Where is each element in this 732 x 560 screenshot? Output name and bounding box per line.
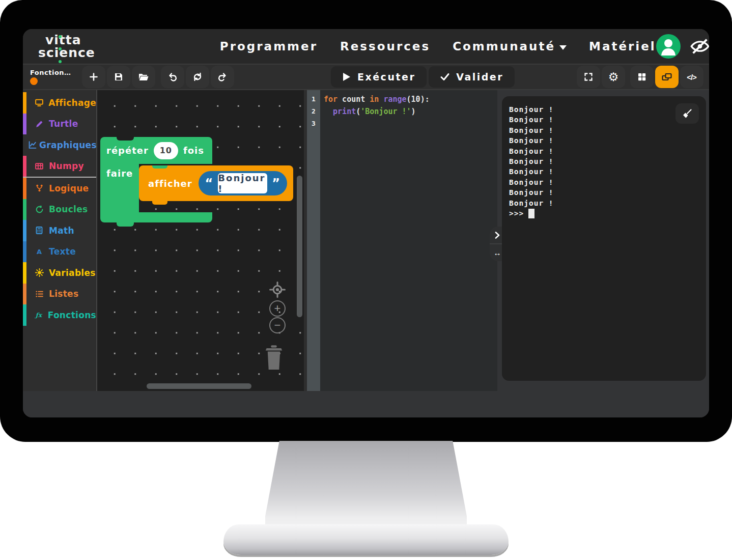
string-slot[interactable]: “ Bonjour ! ” (199, 171, 287, 195)
repeat-block-footer[interactable] (100, 212, 212, 222)
crosshair-icon (269, 281, 286, 298)
sidebar-item-boucles[interactable]: Boucles (23, 199, 96, 220)
grid-icon (637, 72, 647, 82)
console-line: Bonjour ! (509, 125, 699, 135)
blocks-view-button[interactable] (655, 66, 679, 88)
app-footer (23, 391, 709, 417)
nav-item-label: Ressources (340, 40, 430, 53)
code-token: (10): (407, 95, 430, 104)
sync-button[interactable] (186, 66, 209, 88)
category-label: Texte (49, 246, 76, 257)
nav-item-ressources[interactable]: Ressources (340, 40, 430, 53)
fullscreen-button[interactable] (577, 66, 600, 88)
repeat-label: répéter (106, 145, 149, 156)
string-value-input[interactable]: Bonjour ! (218, 173, 267, 193)
clear-console-button[interactable] (675, 103, 699, 124)
save-button[interactable] (107, 66, 130, 88)
nav-item-communaute[interactable]: Communauté (453, 40, 567, 53)
code-token: print (324, 107, 356, 116)
zoom-in-button[interactable]: + (269, 300, 286, 317)
execute-button[interactable]: Exécuter (331, 66, 427, 88)
line-number: 1 (307, 93, 320, 105)
category-label: Variables (49, 268, 96, 278)
nav-item-label: Communauté (453, 40, 555, 53)
repeat-block-body[interactable]: faire (100, 164, 139, 212)
console-line: Bonjour ! (509, 166, 699, 177)
new-file-button[interactable] (82, 66, 105, 88)
project-info[interactable]: Fonction… (28, 69, 81, 85)
canvas-vertical-scrollbar[interactable] (297, 176, 302, 317)
code-token: count (337, 95, 370, 104)
sidebar-item-affichage[interactable]: Affichage (23, 92, 96, 114)
zoom-out-button[interactable]: − (269, 317, 286, 333)
chart-icon (28, 141, 37, 149)
sidebar-item-turtle[interactable]: Turtle (23, 114, 96, 135)
category-label: Graphiques (39, 140, 97, 150)
category-color-bar (23, 241, 26, 263)
plus-icon: + (274, 302, 281, 315)
logo[interactable]: vitta science (38, 34, 95, 60)
sidebar-item-listes[interactable]: Listes (23, 284, 96, 305)
monitor-stand-neck (265, 441, 467, 528)
grid-view-button[interactable] (630, 66, 654, 88)
category-label: Listes (49, 289, 78, 299)
floppy-disk-icon (114, 72, 124, 82)
center-view-button[interactable] (269, 281, 286, 298)
redo-button[interactable] (211, 66, 234, 88)
sidebar-item-logique[interactable]: Logique (23, 178, 96, 199)
open-file-button[interactable] (132, 66, 155, 88)
code-editor[interactable]: 1 for count in range(10): 2 print('Bonjo… (307, 90, 497, 391)
validate-button[interactable]: Valider (429, 66, 515, 88)
print-label: afficher (148, 178, 192, 189)
open-quote: “ (205, 180, 214, 187)
minus-icon: − (274, 319, 281, 332)
undo-button[interactable] (161, 66, 184, 88)
canvas-horizontal-scrollbar[interactable] (147, 383, 251, 389)
eye-slash-icon[interactable] (690, 38, 709, 55)
times-label: fois (183, 145, 204, 156)
block-canvas[interactable]: répéter 10 fois faire afficher “ Bonjour… (97, 90, 304, 391)
sidebar-item-math[interactable]: Math (23, 220, 96, 241)
output-panel: ↔ Bonjour !Bonjour !Bonjour !Bonjour !Bo… (497, 90, 709, 391)
fullscreen-icon (583, 72, 594, 82)
code-token: ( (356, 107, 360, 116)
sidebar-item-fonctions[interactable]: ƒx Fonctions (23, 304, 96, 326)
page: vitta science Programmer Ressources Comm… (0, 0, 732, 560)
sidebar-item-numpy[interactable]: Numpy (23, 156, 96, 177)
console-line: Bonjour ! (509, 187, 699, 198)
console-line: Bonjour ! (509, 146, 699, 156)
content: Affichage Turtle Graphiques (23, 90, 709, 391)
gear-icon (32, 268, 47, 277)
console-prompt: >>> (509, 208, 524, 218)
nav-item-materiel[interactable]: Matériel (589, 40, 656, 53)
app-window: vitta science Programmer Ressources Comm… (23, 29, 709, 417)
sidebar-item-graphiques[interactable]: Graphiques (23, 134, 96, 156)
category-color-bar (23, 262, 26, 284)
code-view-button[interactable]: </> (680, 66, 703, 88)
close-quote: ” (272, 180, 280, 187)
repeat-count-input[interactable]: 10 (154, 142, 178, 159)
nav-item-programmer[interactable]: Programmer (220, 40, 318, 53)
category-label: Turtle (49, 119, 78, 129)
line-number: 2 (307, 105, 320, 118)
gear-icon: ⚙ (608, 71, 619, 83)
trash-button[interactable] (263, 344, 285, 372)
sidebar-item-texte[interactable]: A Texte (23, 241, 96, 263)
chevron-right-icon (495, 232, 500, 239)
category-color-bar (23, 114, 26, 135)
horizontal-resize-icon: ↔ (494, 248, 501, 257)
display-icon (32, 98, 46, 107)
user-avatar-icon[interactable] (656, 34, 681, 59)
settings-button[interactable]: ⚙ (602, 66, 625, 88)
print-block[interactable]: afficher “ Bonjour ! ” (139, 165, 293, 201)
do-label: faire (106, 168, 133, 179)
nav-item-label: Programmer (220, 40, 318, 53)
repeat-block-header[interactable]: répéter 10 fois (100, 137, 212, 164)
code-token: 'Bonjour !' (360, 107, 411, 116)
table-icon (32, 162, 47, 171)
logo-dot (59, 47, 62, 50)
category-color-bar (23, 304, 26, 326)
nav-right (656, 34, 709, 59)
undo-icon (167, 72, 178, 82)
sidebar-item-variables[interactable]: Variables (23, 262, 96, 284)
